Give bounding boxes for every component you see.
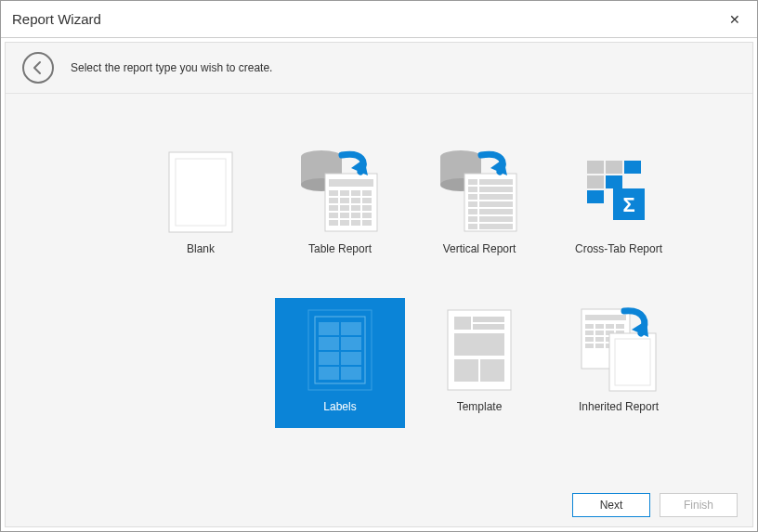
svg-rect-75 [616,324,624,329]
svg-rect-73 [595,324,604,329]
svg-rect-80 [585,337,594,342]
svg-rect-39 [468,209,477,214]
titlebar: Report Wizard ✕ [1,1,757,38]
svg-rect-60 [341,352,361,365]
tile-label: Table Report [308,242,372,255]
svg-rect-22 [362,213,372,218]
blank-page-icon [156,148,245,237]
next-button[interactable]: Next [572,493,650,517]
wizard-header: Select the report type you wish to creat… [6,43,752,94]
svg-rect-12 [340,198,349,203]
tile-grid-area: Blank [6,94,752,484]
svg-rect-71 [585,315,626,320]
svg-rect-76 [585,331,594,335]
svg-rect-41 [468,216,477,222]
svg-rect-40 [479,209,513,214]
svg-rect-53 [308,310,372,390]
svg-rect-31 [468,179,477,185]
svg-rect-38 [479,201,513,207]
svg-rect-13 [351,198,360,203]
svg-rect-8 [340,190,349,196]
svg-rect-55 [319,322,339,335]
svg-rect-26 [362,220,372,226]
svg-rect-66 [473,324,504,330]
back-button[interactable] [22,52,54,84]
svg-rect-21 [351,213,360,218]
svg-rect-9 [351,190,360,196]
svg-rect-61 [319,367,339,380]
instruction-text: Select the report type you wish to creat… [71,61,272,74]
svg-rect-67 [454,333,504,356]
svg-rect-19 [329,213,338,218]
svg-rect-65 [473,317,504,322]
svg-rect-32 [479,179,513,185]
svg-rect-84 [585,344,594,348]
svg-rect-23 [329,220,338,226]
template-icon [435,305,524,395]
svg-rect-43 [468,224,477,229]
inherited-report-icon [574,305,663,395]
grid-spacer [136,298,266,428]
svg-rect-74 [606,324,614,329]
tile-label: Cross-Tab Report [575,242,662,255]
svg-rect-20 [340,213,349,218]
svg-rect-81 [595,337,604,342]
svg-rect-6 [329,179,373,187]
tile-table-report[interactable]: Table Report [275,140,405,270]
svg-rect-18 [362,205,372,211]
svg-rect-36 [479,194,513,200]
svg-rect-69 [480,359,504,382]
svg-rect-64 [454,317,471,330]
tile-label: Vertical Report [443,242,516,255]
report-wizard-window: Report Wizard ✕ Select the report type y… [0,0,758,532]
finish-button: Finish [660,493,738,517]
tile-label: Blank [187,242,215,255]
svg-rect-77 [595,331,604,335]
svg-rect-34 [479,187,513,192]
crosstab-report-icon: Σ [574,148,663,237]
back-arrow-icon [31,60,46,75]
svg-rect-10 [362,190,372,196]
svg-rect-16 [340,205,349,211]
tile-crosstab-report[interactable]: Σ Cross-Tab Report [554,140,684,270]
window-title: Report Wizard [12,11,724,27]
svg-rect-15 [329,205,338,211]
svg-rect-47 [624,161,641,174]
svg-rect-44 [479,224,513,229]
tile-blank[interactable]: Blank [136,140,266,270]
svg-rect-11 [329,198,338,203]
svg-rect-45 [587,161,604,174]
svg-rect-85 [595,344,604,348]
svg-rect-37 [468,201,477,207]
svg-rect-35 [468,194,477,200]
tile-vertical-report[interactable]: Vertical Report [414,140,544,270]
svg-rect-56 [341,322,361,335]
table-report-icon [295,148,385,237]
close-icon[interactable]: ✕ [724,12,746,27]
wizard-body: Select the report type you wish to creat… [5,42,753,527]
svg-rect-57 [319,337,339,350]
tile-labels[interactable]: Labels [275,298,405,428]
tile-inherited-report[interactable]: Inherited Report [554,298,684,428]
svg-rect-88 [609,333,656,391]
svg-rect-50 [587,190,604,203]
svg-rect-49 [606,175,622,188]
svg-rect-25 [351,220,360,226]
svg-rect-7 [329,190,338,196]
svg-rect-58 [341,337,361,350]
labels-icon [295,305,385,395]
svg-rect-0 [169,152,232,232]
svg-rect-46 [606,161,622,174]
svg-rect-59 [319,352,339,365]
tile-label: Inherited Report [579,400,659,413]
svg-rect-72 [585,324,594,329]
tile-label: Template [457,400,503,413]
tile-template[interactable]: Template [414,298,544,428]
svg-rect-62 [341,367,361,380]
svg-rect-48 [587,175,604,188]
tile-label: Labels [323,400,356,413]
svg-rect-68 [454,359,478,382]
svg-rect-24 [340,220,349,226]
svg-rect-42 [479,216,513,222]
svg-rect-14 [362,198,372,203]
